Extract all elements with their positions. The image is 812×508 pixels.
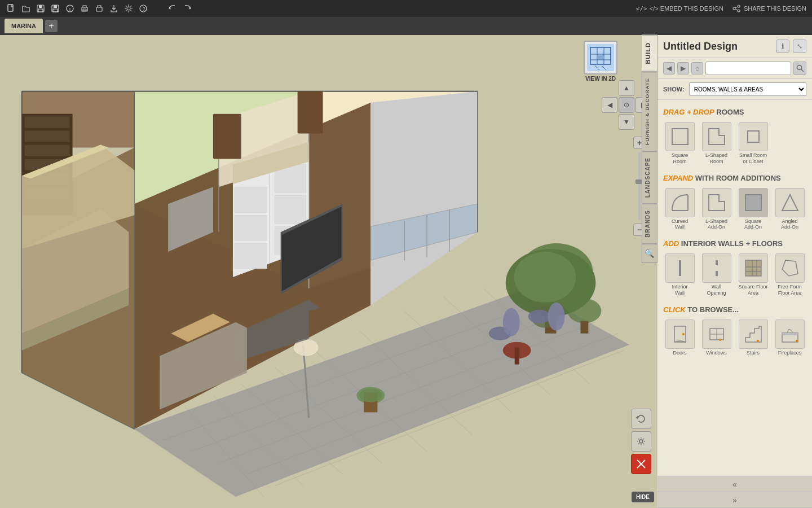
share-action[interactable]: SHARE THIS DESIGN [732, 5, 806, 12]
collapse-up-button[interactable]: « [657, 476, 812, 492]
interior-wall-item[interactable]: InteriorWall [663, 252, 696, 297]
windows-icon [702, 319, 731, 349]
add-tab-button[interactable]: + [45, 20, 58, 32]
svg-point-94 [567, 299, 601, 323]
svg-rect-0 [8, 5, 13, 11]
svg-point-131 [682, 333, 685, 335]
side-tab-brands[interactable]: BRANDS [642, 204, 657, 244]
svg-point-85 [528, 310, 551, 323]
tab-marina[interactable]: MARINA [5, 19, 43, 33]
export-icon[interactable] [108, 3, 120, 14]
doors-item[interactable]: Doors [663, 318, 696, 357]
svg-rect-139 [782, 333, 798, 335]
search-input[interactable] [705, 62, 791, 75]
open-file-icon[interactable] [20, 3, 32, 14]
settings-icon[interactable] [123, 3, 134, 14]
svg-rect-64 [235, 187, 267, 212]
freeform-floor-item[interactable]: Free-FormFloor Area [773, 252, 806, 297]
save-as-icon[interactable]: + [50, 3, 61, 14]
svg-point-18 [738, 10, 740, 12]
small-room-item[interactable]: Small Roomor Closet [736, 121, 770, 166]
fireplaces-label: Fireplaces [778, 350, 802, 356]
svg-point-140 [796, 340, 798, 342]
panel-collapse: « » [657, 476, 812, 508]
section-expand: EXPAND WITH ROOM ADDITIONS [663, 174, 806, 182]
doors-icon [665, 319, 695, 349]
svg-rect-65 [235, 215, 267, 240]
side-tab-landscape[interactable]: LANDSCAPE [642, 151, 657, 204]
save-icon[interactable] [35, 3, 46, 14]
stairs-item[interactable]: Stairs [736, 318, 770, 357]
svg-rect-119 [745, 195, 761, 211]
info-icon[interactable]: i [64, 3, 76, 14]
curved-wall-item[interactable]: CurvedWall [663, 187, 696, 232]
doors-label: Doors [673, 350, 686, 356]
section-browse: CLICK TO BROWSE... [663, 305, 806, 314]
wall-opening-icon [702, 253, 731, 283]
windows-item[interactable]: Windows [700, 318, 733, 357]
nav-left-button[interactable]: ◀ [602, 97, 617, 113]
svg-rect-3 [38, 9, 43, 12]
square-room-icon [665, 122, 695, 151]
square-floor-item[interactable]: Square FloorArea [736, 252, 770, 297]
square-addon-label: SquareAdd-On [744, 218, 762, 231]
rooms-grid: SquareRoom L-ShapedRoom Small Roomor Clo… [663, 121, 806, 166]
svg-point-93 [359, 389, 382, 402]
room-scene: VIEW IN 2D ▲ ◀ ⊙ ▶ ▼ + [0, 35, 657, 508]
angled-addon-item[interactable]: AngledAdd-On [773, 187, 806, 232]
nav-down-button[interactable]: ▼ [619, 114, 634, 130]
embed-action[interactable]: </> </> EMBED THIS DESIGN [636, 5, 723, 12]
nav-center-button[interactable]: ⊙ [619, 97, 634, 113]
show-select[interactable]: ROOMS, WALLS & AREAS FURNISHINGS LANDSCA… [689, 82, 806, 96]
header-icons: ℹ ⤡ [776, 40, 806, 53]
search-button[interactable] [793, 62, 806, 75]
back-button[interactable]: ◀ [663, 62, 675, 75]
topbar-right: </> </> EMBED THIS DESIGN SHARE THIS DES… [636, 5, 806, 12]
fireplaces-icon [775, 319, 805, 349]
forward-button[interactable]: ▶ [677, 62, 689, 75]
collapse-down-button[interactable]: » [657, 492, 812, 508]
print-icon[interactable] [79, 3, 90, 14]
square-addon-item[interactable]: SquareAdd-On [736, 187, 770, 232]
svg-point-84 [503, 308, 520, 336]
svg-rect-48 [213, 114, 241, 159]
wall-opening-item[interactable]: WallOpening [700, 252, 733, 297]
fireplaces-item[interactable]: Fireplaces [773, 318, 806, 357]
side-tab-search[interactable]: 🔍 [642, 244, 657, 263]
undo-icon[interactable] [167, 3, 178, 14]
svg-point-80 [514, 252, 576, 303]
wall-opening-label: WallOpening [707, 284, 726, 296]
show-label: SHOW: [663, 86, 685, 93]
svg-rect-11 [83, 9, 86, 11]
nav-up-button[interactable]: ▲ [619, 80, 634, 96]
print2-icon[interactable] [94, 3, 105, 14]
home-button[interactable]: ⌂ [691, 62, 703, 75]
stairs-icon [739, 319, 768, 349]
side-tab-build[interactable]: BUILD [642, 35, 657, 72]
square-room-item[interactable]: SquareRoom [663, 121, 696, 166]
new-file-icon[interactable] [6, 3, 17, 14]
canvas-area[interactable]: VIEW IN 2D ▲ ◀ ⊙ ▶ ▼ + [0, 35, 657, 508]
section-drag-drop: DRAG + DROP ROOMS [663, 108, 806, 116]
freeform-floor-icon [775, 253, 805, 283]
help-icon[interactable]: ? [138, 3, 149, 14]
svg-rect-115 [748, 131, 759, 142]
side-tab-furnish[interactable]: FURNISH & DECORATE [642, 72, 657, 151]
l-shaped-room-item[interactable]: L-ShapedRoom [700, 121, 733, 166]
redo-icon[interactable] [182, 3, 193, 14]
svg-rect-49 [298, 91, 323, 134]
svg-point-137 [757, 340, 759, 342]
svg-point-16 [738, 5, 740, 7]
svg-line-112 [801, 69, 804, 72]
expand-panel-button[interactable]: ⤡ [793, 40, 806, 53]
main-area: VIEW IN 2D ▲ ◀ ⊙ ▶ ▼ + [0, 35, 812, 508]
info-panel-button[interactable]: ℹ [776, 40, 789, 53]
l-shaped-room-icon [702, 122, 731, 151]
panel-nav: ◀ ▶ ⌂ [657, 58, 812, 79]
show-row: SHOW: ROOMS, WALLS & AREAS FURNISHINGS L… [657, 79, 812, 100]
l-shaped-addon-item[interactable]: L-ShapedAdd-On [700, 187, 733, 232]
browse-grid: Doors Windows Stairs [663, 318, 806, 357]
svg-marker-136 [745, 326, 761, 342]
view2d-button[interactable]: VIEW IN 2D [584, 41, 617, 82]
freeform-floor-label: Free-FormFloor Area [778, 284, 802, 296]
